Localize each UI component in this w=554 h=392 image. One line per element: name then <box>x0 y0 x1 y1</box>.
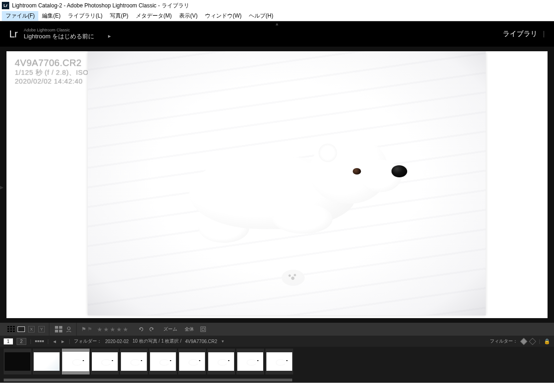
compare-y-button[interactable]: Y <box>37 325 46 333</box>
svg-rect-5 <box>13 328 15 330</box>
people-view-button[interactable] <box>64 325 73 333</box>
thumbnail-image <box>121 352 147 371</box>
menu-edit[interactable]: 編集(E) <box>38 11 64 21</box>
panel-collapse-left-icon[interactable]: ▶ <box>0 185 4 190</box>
thumbnail-index: 9 <box>237 347 239 347</box>
svg-rect-2 <box>13 326 15 327</box>
filter-diamond-icon[interactable] <box>520 338 528 345</box>
svg-rect-11 <box>55 330 58 332</box>
thumbnail[interactable]: 6 <box>149 349 177 374</box>
loupe-view-button[interactable] <box>17 325 26 333</box>
thumbnail-index: 7 <box>179 347 181 347</box>
loupe-toolbar: X Y ⚑ ⚑ ★★★★★ ズーム 全体 <box>0 323 554 336</box>
menu-view[interactable]: 表示(V) <box>175 11 201 21</box>
menu-photo[interactable]: 写真(P) <box>106 11 132 21</box>
play-icon[interactable]: ▶ <box>108 34 111 38</box>
thumbnail-image <box>92 352 118 371</box>
thumbnail-index: 3 <box>63 347 65 347</box>
svg-point-13 <box>67 327 70 330</box>
module-separator: | <box>543 30 545 37</box>
grid-view-button[interactable] <box>6 325 16 333</box>
loupe-view: ▶ 4V9A7706.CR2 1/125 秒 (f / 2.8)、ISO 100… <box>0 47 554 323</box>
svg-rect-8 <box>13 331 15 332</box>
thumbnail-index: 2 <box>34 347 36 347</box>
filmstrip: 12345678910 <box>0 347 554 377</box>
product-name: Adobe Lightroom Classic <box>24 28 111 32</box>
thumbnail-index: 10 <box>266 347 271 347</box>
thumbnail-image <box>5 352 30 371</box>
compare-x-button[interactable]: X <box>27 325 36 333</box>
menu-file[interactable]: ファイル(F) <box>2 11 38 21</box>
menu-bar: ファイル(F) 編集(E) ライブラリ(L) 写真(P) メタデータ(M) 表示… <box>0 11 554 21</box>
filter-diamond-off-icon[interactable] <box>529 338 536 345</box>
thumbnail[interactable]: 4 <box>91 349 119 374</box>
monitor-1-button[interactable]: 1 <box>4 338 13 344</box>
getting-started-link[interactable]: Lightroom をはじめる前に <box>24 32 94 41</box>
thumbnail[interactable]: 7 <box>178 349 206 374</box>
nav-back-button[interactable]: ◄ <box>52 339 57 344</box>
menu-library[interactable]: ライブラリ(L) <box>64 11 106 21</box>
thumbnail[interactable]: 3 <box>62 349 90 374</box>
thumbnail-image <box>208 352 234 371</box>
thumbnail-image <box>266 352 292 371</box>
photo-count: 10 枚の写真 / 1 枚選択 / <box>132 338 181 344</box>
thumbnail[interactable]: 5 <box>120 349 148 374</box>
secondary-grid-icon[interactable] <box>35 340 44 342</box>
thumbnail[interactable]: 9 <box>236 349 264 374</box>
thumbnail-image <box>179 352 205 371</box>
window-title: Lightroom Catalog-2 - Adobe Photoshop Li… <box>12 2 189 10</box>
thumbnail-image <box>237 352 263 371</box>
filmstrip-header: 1 2 | | ◄ ► | フォルダー： 2020-02-02 10 枚の写真 … <box>0 336 554 347</box>
filename-dropdown-icon[interactable]: ▼ <box>221 339 225 344</box>
fit-label[interactable]: 全体 <box>182 326 197 332</box>
window-titlebar: Lr Lightroom Catalog-2 - Adobe Photoshop… <box>0 0 554 11</box>
filter-label: フィルター： <box>490 338 518 344</box>
thumbnail[interactable]: 2 <box>33 349 60 374</box>
current-filename[interactable]: 4V9A7706.CR2 <box>185 339 217 344</box>
thumbnail-index: 8 <box>208 347 210 347</box>
svg-rect-15 <box>202 328 204 330</box>
module-library[interactable]: ライブラリ <box>503 30 537 37</box>
menu-window[interactable]: ウィンドウ(W) <box>201 11 245 21</box>
folder-name[interactable]: 2020-02-02 <box>105 339 129 344</box>
survey-view-button[interactable] <box>54 325 63 333</box>
thumbnail-image <box>34 352 60 371</box>
thumbnail[interactable]: 1 <box>4 349 31 374</box>
preview-canvas[interactable]: 4V9A7706.CR2 1/125 秒 (f / 2.8)、ISO 100 2… <box>6 51 548 318</box>
svg-rect-0 <box>7 326 9 327</box>
svg-rect-12 <box>59 330 62 332</box>
module-header: ▲ Lr Adobe Lightroom Classic Lightroom を… <box>0 21 554 47</box>
filter-lock-icon[interactable]: 🔒 <box>544 338 550 344</box>
flag-pick-button[interactable]: ⚑ <box>81 326 86 332</box>
photo-preview <box>88 51 486 315</box>
filmstrip-scrollbar[interactable] <box>0 377 554 383</box>
app-icon: Lr <box>2 2 9 9</box>
svg-rect-6 <box>7 331 9 332</box>
svg-rect-4 <box>10 328 12 330</box>
rotate-cw-button[interactable] <box>147 325 156 333</box>
zoom-label: ズーム <box>161 326 180 332</box>
thumbnail-index: 4 <box>92 347 94 347</box>
thumbnail-image <box>150 352 176 371</box>
zoom-slider-icon[interactable] <box>199 325 208 333</box>
thumbnail-image <box>63 352 89 371</box>
rating-stars[interactable]: ★★★★★ <box>97 326 129 333</box>
thumbnail-index: 6 <box>150 347 152 347</box>
flag-reject-button[interactable]: ⚑ <box>87 326 92 332</box>
thumbnail[interactable]: 8 <box>207 349 235 374</box>
panel-collapse-top-icon[interactable]: ▲ <box>275 21 279 26</box>
thumbnail[interactable]: 10 <box>265 349 293 374</box>
lightroom-logo: Lr <box>9 28 18 40</box>
menu-metadata[interactable]: メタデータ(M) <box>132 11 175 21</box>
thumbnail-index: 5 <box>121 347 123 347</box>
nav-forward-button[interactable]: ► <box>60 339 65 344</box>
monitor-2-button[interactable]: 2 <box>17 338 27 345</box>
svg-rect-3 <box>7 328 9 330</box>
thumbnail-index: 1 <box>5 347 6 347</box>
svg-rect-9 <box>55 326 58 329</box>
rotate-ccw-button[interactable] <box>137 325 146 333</box>
menu-help[interactable]: ヘルプ(H) <box>245 11 277 21</box>
svg-rect-1 <box>10 326 12 327</box>
svg-rect-10 <box>59 326 62 329</box>
svg-rect-14 <box>201 327 206 332</box>
